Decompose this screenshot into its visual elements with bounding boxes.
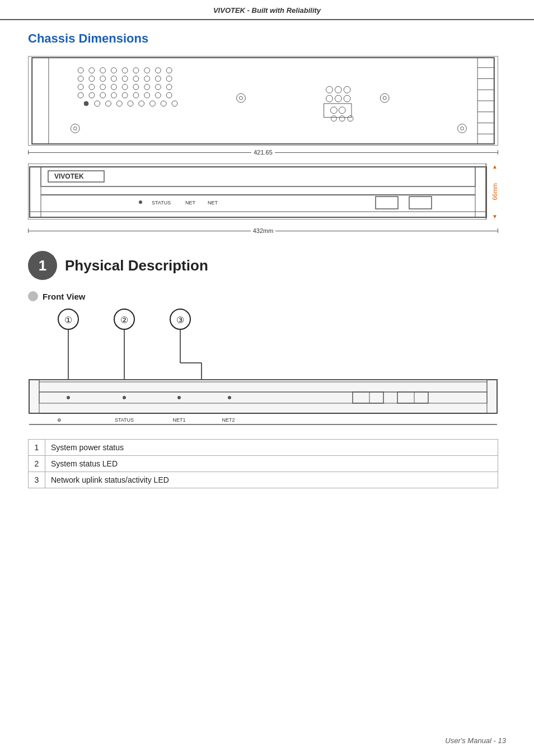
chassis-side-diagram: VIVOTEK STATUS NET NET <box>28 164 487 220</box>
page-footer: User's Manual - 13 <box>445 736 506 745</box>
svg-point-17 <box>133 76 139 82</box>
svg-point-14 <box>100 76 106 82</box>
svg-point-29 <box>166 84 172 90</box>
svg-point-8 <box>133 68 139 73</box>
svg-point-4 <box>89 68 95 73</box>
svg-point-21 <box>78 84 83 90</box>
svg-point-62 <box>339 116 345 122</box>
svg-point-10 <box>155 68 161 73</box>
svg-point-38 <box>166 92 172 98</box>
svg-rect-88 <box>475 167 486 217</box>
svg-point-37 <box>155 92 161 98</box>
svg-point-43 <box>128 101 133 106</box>
svg-point-41 <box>106 101 111 106</box>
svg-point-81 <box>139 200 142 204</box>
table-cell-num: 1 <box>29 440 45 456</box>
svg-rect-86 <box>409 197 432 209</box>
svg-point-59 <box>330 107 337 114</box>
chassis-width-dim-top: 421.65 <box>28 149 498 156</box>
svg-point-30 <box>78 92 83 98</box>
svg-point-26 <box>133 84 139 90</box>
svg-point-45 <box>150 101 156 106</box>
svg-point-66 <box>458 124 467 133</box>
svg-point-19 <box>155 76 161 82</box>
svg-rect-75 <box>30 167 486 217</box>
svg-point-22 <box>89 84 95 90</box>
front-view-dot <box>28 291 38 301</box>
svg-point-63 <box>348 116 353 122</box>
svg-text:⊕: ⊕ <box>57 417 62 423</box>
section-1-header: 1 Physical Description <box>28 251 506 280</box>
svg-point-53 <box>335 86 341 93</box>
svg-point-54 <box>344 86 350 93</box>
svg-rect-89 <box>30 212 486 217</box>
svg-point-7 <box>122 68 128 73</box>
table-cell-num: 3 <box>29 472 45 488</box>
svg-point-40 <box>95 101 100 106</box>
svg-point-64 <box>380 94 389 102</box>
svg-point-15 <box>111 76 116 82</box>
svg-point-13 <box>89 76 95 82</box>
height-indicator: ▲ 66mm ▼ <box>487 164 503 220</box>
svg-point-42 <box>116 101 122 106</box>
svg-point-65 <box>383 96 386 100</box>
svg-point-32 <box>100 92 106 98</box>
table-cell-num: 2 <box>29 456 45 472</box>
chassis-dimensions-title: Chassis Dimensions <box>28 31 506 46</box>
front-view-label: Front View <box>28 291 506 301</box>
svg-point-27 <box>144 84 150 90</box>
svg-point-44 <box>139 101 144 106</box>
svg-point-24 <box>111 84 116 90</box>
svg-rect-58 <box>324 104 352 118</box>
page-header: VIVOTEK - Built with Reliability <box>0 0 534 20</box>
svg-point-107 <box>67 396 70 399</box>
svg-text:NET: NET <box>185 200 196 206</box>
svg-point-110 <box>228 396 231 399</box>
svg-point-28 <box>155 84 161 90</box>
svg-text:NET2: NET2 <box>222 417 235 423</box>
svg-point-108 <box>123 396 126 399</box>
svg-point-48 <box>71 124 79 133</box>
svg-point-55 <box>326 95 333 102</box>
svg-point-34 <box>122 92 128 98</box>
svg-point-61 <box>331 116 336 122</box>
svg-point-52 <box>326 86 333 93</box>
section-number: 1 <box>28 251 57 280</box>
chassis-width-dim-bottom: 432mm <box>28 227 498 234</box>
svg-text:③: ③ <box>176 315 184 325</box>
svg-text:①: ① <box>64 315 72 325</box>
main-content: Chassis Dimensions <box>0 20 534 505</box>
front-view-area: ① ② ③ <box>28 307 498 430</box>
height-line <box>485 164 486 220</box>
svg-point-36 <box>144 92 150 98</box>
svg-point-3 <box>78 68 83 73</box>
svg-point-18 <box>144 76 150 82</box>
svg-rect-87 <box>30 167 41 217</box>
section-title: Physical Description <box>65 257 208 274</box>
table-cell-desc: System status LED <box>45 456 498 472</box>
svg-point-11 <box>166 68 172 73</box>
svg-text:STATUS: STATUS <box>152 200 171 206</box>
svg-point-20 <box>166 76 172 82</box>
svg-text:STATUS: STATUS <box>115 417 134 423</box>
svg-point-51 <box>240 96 243 100</box>
svg-text:NET1: NET1 <box>172 417 185 423</box>
svg-text:NET: NET <box>208 200 218 206</box>
svg-point-6 <box>111 68 116 73</box>
svg-point-109 <box>177 396 181 399</box>
svg-point-9 <box>144 68 150 73</box>
svg-rect-0 <box>32 58 494 144</box>
svg-text:VIVOTEK: VIVOTEK <box>54 172 84 180</box>
svg-point-33 <box>111 92 116 98</box>
svg-point-25 <box>122 84 128 90</box>
svg-point-67 <box>461 127 464 130</box>
svg-point-47 <box>172 101 177 106</box>
svg-point-16 <box>122 76 128 82</box>
header-title: VIVOTEK - Built with Reliability <box>213 6 321 15</box>
table-cell-desc: System power status <box>45 440 498 456</box>
svg-rect-76 <box>41 167 475 186</box>
description-table: 1System power status2System status LED3N… <box>28 439 498 488</box>
svg-point-23 <box>100 84 106 90</box>
svg-point-50 <box>237 94 246 102</box>
svg-rect-101 <box>29 380 497 413</box>
